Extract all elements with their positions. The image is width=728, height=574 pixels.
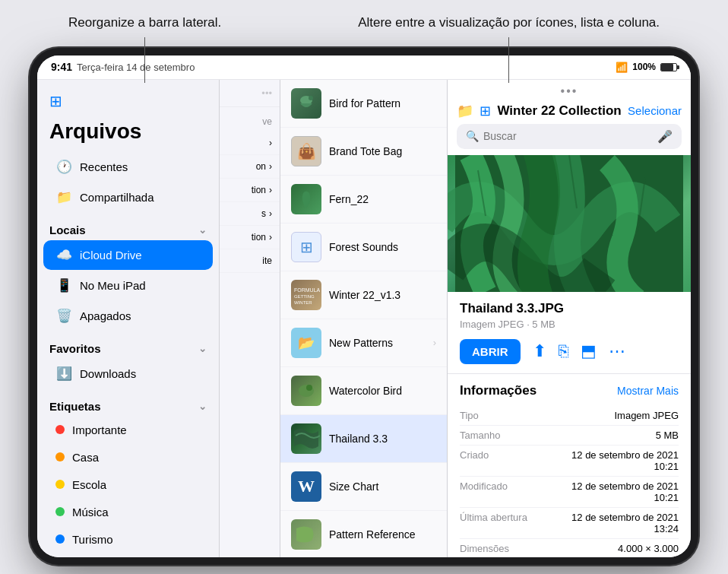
section-favoritos: Favoritos ⌄ bbox=[37, 331, 219, 358]
sidebar-item-label-compartilhada: Compartilhada bbox=[80, 191, 154, 204]
partial-label-1: ve bbox=[220, 107, 280, 132]
sidebar-item-musica[interactable]: Música bbox=[43, 499, 213, 525]
locais-chevron: ⌄ bbox=[198, 224, 207, 236]
list-item-fern[interactable]: Fern_22 bbox=[280, 176, 447, 224]
info-row-dimensoes: Dimensões 4.000 × 3.000 bbox=[460, 539, 679, 557]
show-more-link[interactable]: Mostrar Mais bbox=[617, 385, 679, 397]
sidebar-item-compartilhada[interactable]: 📁 Compartilhada bbox=[43, 182, 213, 212]
battery-icon: 100% bbox=[632, 62, 656, 72]
etiquetas-chevron: ⌄ bbox=[198, 401, 207, 412]
sidebar-item-label-ipad: No Meu iPad bbox=[80, 279, 146, 292]
time: 9:41 bbox=[51, 61, 72, 73]
list-item-bird-pattern[interactable]: Bird for Pattern bbox=[280, 80, 447, 128]
recentes-icon: 🕐 bbox=[55, 159, 72, 175]
sidebar-title: Arquivos bbox=[37, 119, 219, 151]
section-locais: Locais ⌄ bbox=[37, 213, 219, 239]
list-item-brand-tote[interactable]: 👜 Brand Tote Bag bbox=[280, 128, 447, 176]
svg-point-1 bbox=[309, 96, 313, 100]
view-controls: 📁 ⊞ bbox=[457, 103, 491, 119]
download-icon: ⬇️ bbox=[55, 366, 72, 382]
search-input[interactable] bbox=[483, 130, 653, 142]
partial-more-icon: ••• bbox=[261, 87, 272, 99]
escola-dot bbox=[55, 480, 65, 489]
filetype: Imagem JPEG · 5 MB bbox=[460, 319, 679, 330]
casa-dot bbox=[55, 452, 65, 461]
list-item-thailand[interactable]: Thailand 3.3 bbox=[280, 415, 447, 463]
info-row-criado: Criado 12 de setembro de 202110:21 bbox=[460, 446, 679, 477]
file-preview bbox=[448, 155, 691, 292]
detail-title-row: 📁 ⊞ Winter 22 Collection Selecionar bbox=[448, 100, 691, 124]
sidebar-item-recentes[interactable]: 🕐 Recentes bbox=[43, 152, 213, 182]
partial-item-5: tion › bbox=[220, 226, 280, 249]
sidebar-grid-icon[interactable]: ⊞ bbox=[49, 92, 62, 110]
sidebar-item-label-apagados: Apagados bbox=[80, 309, 131, 322]
svg-text:WINTER: WINTER bbox=[294, 300, 312, 305]
sidebar-item-turismo[interactable]: Turismo bbox=[43, 526, 213, 553]
sidebar-item-casa[interactable]: Casa bbox=[43, 444, 213, 471]
select-button[interactable]: Selecionar bbox=[628, 104, 682, 117]
partial-item-2: on › bbox=[220, 155, 280, 179]
sidebar-item-downloads[interactable]: ⬇️ Downloads bbox=[43, 359, 213, 388]
detail-dots-menu[interactable]: ••• bbox=[448, 80, 691, 100]
partial-item-1: › bbox=[220, 132, 280, 155]
date: Terça-feira 14 de setembro bbox=[77, 62, 195, 73]
file-info-section: Thailand 3.3.JPG Imagem JPEG · 5 MB ABRI… bbox=[448, 292, 691, 374]
battery-indicator bbox=[660, 63, 677, 71]
list-item-size-chart[interactable]: W Size Chart bbox=[280, 463, 447, 511]
info-row-tamanho: Tamanho 5 MB bbox=[460, 426, 679, 446]
sidebar-item-apagados[interactable]: 🗑️ Apagados bbox=[43, 301, 213, 331]
sidebar-item-label-recentes: Recentes bbox=[80, 160, 128, 173]
sidebar-item-escola[interactable]: Escola bbox=[43, 471, 213, 498]
filename: Thailand 3.3.JPG bbox=[460, 301, 679, 316]
search-icon: 🔍 bbox=[466, 130, 479, 142]
folder-view-icon[interactable]: 📁 bbox=[457, 103, 473, 119]
musica-dot bbox=[55, 507, 65, 516]
info-row-abertura: Última abertura 12 de setembro de 202113… bbox=[460, 508, 679, 539]
sidebar-item-icloud[interactable]: ☁️ iCloud Drive bbox=[43, 240, 213, 270]
ipad-icon: 📱 bbox=[55, 277, 72, 293]
icloud-icon: ☁️ bbox=[55, 247, 72, 263]
copy-icon[interactable]: ⎘ bbox=[559, 341, 568, 361]
info-header: Informações Mostrar Mais bbox=[460, 383, 679, 398]
section-etiquetas: Etiquetas ⌄ bbox=[37, 389, 219, 416]
info-row-tipo: Tipo Imagem JPEG bbox=[460, 406, 679, 426]
open-button[interactable]: ABRIR bbox=[460, 339, 521, 364]
list-item-pattern-ref[interactable]: Pattern Reference bbox=[280, 511, 447, 557]
partial-item-6: ite bbox=[220, 249, 280, 273]
svg-text:GETTING: GETTING bbox=[294, 294, 315, 299]
svg-point-6 bbox=[306, 385, 312, 391]
more-icon[interactable]: ⋯ bbox=[609, 341, 625, 361]
list-item-winter[interactable]: FORMULAGETTINGWINTER Winter 22_v1.3 bbox=[280, 271, 447, 319]
action-buttons: ABRIR ⬆ ⎘ ⬒ ⋯ bbox=[460, 339, 679, 364]
sidebar-item-importante[interactable]: Importante bbox=[43, 417, 213, 443]
info-section: Informações Mostrar Mais Tipo Imagem JPE… bbox=[448, 374, 691, 557]
file-list-panel: Bird for Pattern 👜 Brand Tote Bag Fern_2… bbox=[280, 80, 448, 557]
importante-dot bbox=[55, 425, 65, 434]
partial-item-3: tion › bbox=[220, 179, 280, 202]
sidebar-item-ipad[interactable]: 📱 No Meu iPad bbox=[43, 271, 213, 300]
partial-item-4: s › bbox=[220, 202, 280, 226]
favoritos-chevron: ⌄ bbox=[198, 343, 207, 354]
share-icon[interactable]: ⬒ bbox=[581, 341, 597, 361]
info-row-modificado: Modificado 12 de setembro de 202110:21 bbox=[460, 477, 679, 508]
detail-title: Winter 22 Collection bbox=[497, 103, 621, 119]
sidebar-item-label-downloads: Downloads bbox=[80, 367, 136, 380]
detail-panel: ••• 📁 ⊞ Winter 22 Collection Selecionar … bbox=[448, 80, 691, 557]
grid-view-icon[interactable]: ⊞ bbox=[480, 103, 491, 119]
wifi-icon: 📶 bbox=[616, 62, 628, 73]
status-bar: 9:41 Terça-feira 14 de setembro 📶 100% bbox=[37, 55, 691, 80]
list-item-new-patterns[interactable]: 📂 New Patterns › bbox=[280, 319, 447, 367]
svg-text:FORMULA: FORMULA bbox=[294, 287, 320, 293]
list-item-forest[interactable]: ⊞ Forest Sounds bbox=[280, 224, 447, 271]
turismo-dot bbox=[55, 534, 65, 544]
search-bar[interactable]: 🔍 🎤 bbox=[457, 124, 682, 149]
sidebar-item-familia[interactable]: Família bbox=[43, 553, 213, 557]
partial-panel: ••• ve › on › tion › s › tion › bbox=[220, 80, 280, 557]
chevron-icon: › bbox=[433, 337, 436, 348]
trash-icon: 🗑️ bbox=[55, 308, 72, 324]
mic-icon[interactable]: 🎤 bbox=[657, 129, 673, 144]
sidebar-item-label-icloud: iCloud Drive bbox=[80, 249, 142, 262]
upload-icon[interactable]: ⬆ bbox=[533, 341, 546, 361]
compartilhada-icon: 📁 bbox=[55, 189, 72, 205]
list-item-watercolor-bird[interactable]: Watercolor Bird bbox=[280, 367, 447, 415]
